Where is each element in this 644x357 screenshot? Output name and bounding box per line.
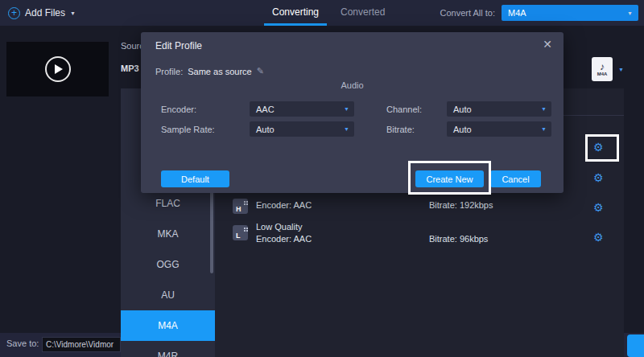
- channel-label: Channel:: [386, 105, 422, 114]
- tab-converted[interactable]: Converted: [332, 0, 393, 26]
- convert-all-value: M4A: [508, 8, 526, 18]
- file-format-label: MP3: [121, 64, 139, 73]
- convert-all-button[interactable]: [627, 334, 644, 357]
- output-format-text: M4A: [597, 72, 608, 76]
- profile-encoder: Encoder: AAC: [256, 200, 312, 210]
- sample-rate-value: Auto: [256, 125, 275, 134]
- chevron-down-icon: ▼: [344, 126, 349, 132]
- channel-value: Auto: [453, 105, 472, 114]
- highlight-box-gear: [585, 134, 619, 162]
- default-button[interactable]: Default: [161, 170, 229, 187]
- encoder-dropdown[interactable]: AAC ▼: [250, 101, 354, 117]
- convert-all-dropdown[interactable]: M4A ▼: [502, 5, 638, 21]
- save-path-input[interactable]: C:\Vidmore\Vidmor: [42, 337, 121, 352]
- format-item-m4r[interactable]: M4R: [121, 341, 215, 357]
- chevron-down-icon: ▼: [344, 106, 349, 112]
- app-window: + Add Files ▼ Converting Converted Conve…: [0, 0, 644, 357]
- tab-converting[interactable]: Converting: [264, 0, 327, 26]
- convert-all-label: Convert All to:: [440, 0, 495, 26]
- chevron-down-icon: ▼: [70, 10, 76, 16]
- audio-section-title: Audio: [141, 80, 564, 90]
- encoder-value: AAC: [256, 105, 275, 114]
- close-icon[interactable]: ✕: [543, 38, 552, 51]
- encoder-label: Encoder:: [161, 105, 196, 114]
- gear-icon[interactable]: ⚙: [593, 232, 604, 243]
- bitrate-label: Bitrate:: [386, 125, 415, 134]
- profile-value: Same as source: [188, 67, 251, 76]
- badge-letter: H: [236, 205, 242, 213]
- format-item-m4a[interactable]: M4A: [121, 310, 215, 341]
- highlight-box-create-new: [408, 161, 491, 195]
- format-item-ogg[interactable]: OGG: [121, 249, 215, 280]
- badge-letter: L: [236, 232, 241, 240]
- music-note-icon: ♪: [600, 62, 605, 72]
- profile-row: Profile: Same as source ✎: [155, 66, 264, 76]
- video-thumbnail[interactable]: [6, 42, 109, 96]
- bitrate-value: Auto: [453, 125, 472, 134]
- profile-encoder: Encoder: AAC: [256, 234, 312, 244]
- top-toolbar: + Add Files ▼ Converting Converted Conve…: [0, 0, 644, 26]
- bitrate-dropdown[interactable]: Auto ▼: [447, 121, 551, 137]
- cancel-button[interactable]: Cancel: [490, 170, 541, 187]
- dialog-title: Edit Profile: [155, 40, 202, 51]
- chevron-down-icon: ▼: [541, 106, 547, 112]
- edit-profile-dialog: Edit Profile ✕ Profile: Same as source ✎…: [141, 32, 564, 193]
- format-item-au[interactable]: AU: [121, 280, 215, 310]
- format-item-mka[interactable]: MKA: [121, 219, 215, 249]
- profile-bitrate: Bitrate: 192kbps: [429, 200, 493, 210]
- gear-icon[interactable]: ⚙: [593, 172, 604, 183]
- profile-title: Low Quality: [256, 222, 302, 232]
- quality-badge-low: L: [233, 225, 248, 240]
- play-button[interactable]: [45, 56, 71, 82]
- chevron-down-icon: ▼: [541, 126, 547, 132]
- chevron-down-icon: ▼: [618, 67, 624, 72]
- profile-label: Profile:: [155, 67, 183, 76]
- channel-dropdown[interactable]: Auto ▼: [447, 101, 551, 117]
- edit-pencil-icon[interactable]: ✎: [257, 66, 264, 76]
- output-format-icon: ♪ M4A: [592, 57, 613, 81]
- gear-icon[interactable]: ⚙: [593, 202, 604, 213]
- quality-badge-high: H: [233, 199, 248, 214]
- profile-bitrate: Bitrate: 96kbps: [429, 234, 488, 244]
- sample-rate-label: Sample Rate:: [161, 125, 215, 134]
- chevron-down-icon: ▼: [627, 10, 633, 16]
- save-to-label: Save to:: [6, 339, 39, 348]
- add-files-label: Add Files: [25, 7, 65, 18]
- add-files-button[interactable]: + Add Files ▼: [8, 0, 76, 26]
- play-icon: [55, 64, 63, 74]
- output-format-selector[interactable]: ♪ M4A ▼: [592, 57, 624, 81]
- add-plus-icon: +: [8, 7, 20, 19]
- sample-rate-dropdown[interactable]: Auto ▼: [250, 121, 354, 137]
